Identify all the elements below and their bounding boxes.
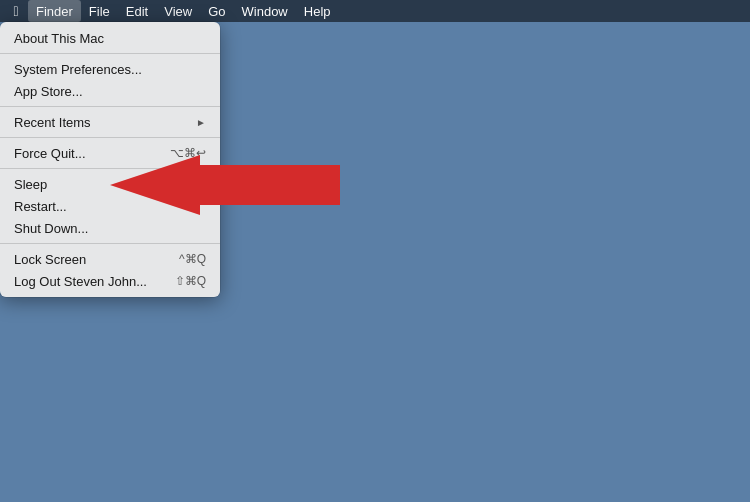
apple-logo-icon: : [13, 4, 18, 18]
menu-item-recent-items[interactable]: Recent Items ►: [0, 111, 220, 133]
app-store-label: App Store...: [14, 84, 206, 99]
shutdown-label: Shut Down...: [14, 221, 206, 236]
force-quit-shortcut: ⌥⌘↩: [170, 146, 206, 160]
apple-dropdown-menu: About This Mac System Preferences... App…: [0, 22, 220, 297]
separator-3: [0, 137, 220, 138]
logout-shortcut: ⇧⌘Q: [175, 274, 206, 288]
recent-items-label: Recent Items: [14, 115, 186, 130]
sleep-label: Sleep: [14, 177, 206, 192]
logout-label: Log Out Steven John...: [14, 274, 165, 289]
menu-item-shutdown[interactable]: Shut Down...: [0, 217, 220, 239]
lock-screen-label: Lock Screen: [14, 252, 169, 267]
menubar-window[interactable]: Window: [234, 0, 296, 22]
menubar-view[interactable]: View: [156, 0, 200, 22]
system-prefs-label: System Preferences...: [14, 62, 206, 77]
menu-item-logout[interactable]: Log Out Steven John... ⇧⌘Q: [0, 270, 220, 292]
lock-screen-shortcut: ^⌘Q: [179, 252, 206, 266]
menu-item-restart[interactable]: Restart...: [0, 195, 220, 217]
apple-menu-trigger[interactable]: : [6, 0, 26, 22]
separator-2: [0, 106, 220, 107]
recent-items-arrow-icon: ►: [196, 117, 206, 128]
menu-item-force-quit[interactable]: Force Quit... ⌥⌘↩: [0, 142, 220, 164]
menubar-help[interactable]: Help: [296, 0, 339, 22]
separator-5: [0, 243, 220, 244]
menubar-items: Finder File Edit View Go Window Help: [28, 0, 339, 22]
separator-4: [0, 168, 220, 169]
separator-1: [0, 53, 220, 54]
menu-item-app-store[interactable]: App Store...: [0, 80, 220, 102]
menu-item-system-prefs[interactable]: System Preferences...: [0, 58, 220, 80]
menubar:  Finder File Edit View Go Window Help: [0, 0, 750, 22]
menubar-edit[interactable]: Edit: [118, 0, 156, 22]
restart-label: Restart...: [14, 199, 206, 214]
menu-item-sleep[interactable]: Sleep: [0, 173, 220, 195]
menubar-finder[interactable]: Finder: [28, 0, 81, 22]
menubar-file[interactable]: File: [81, 0, 118, 22]
menu-item-lock-screen[interactable]: Lock Screen ^⌘Q: [0, 248, 220, 270]
menu-item-about[interactable]: About This Mac: [0, 27, 220, 49]
menubar-go[interactable]: Go: [200, 0, 233, 22]
force-quit-label: Force Quit...: [14, 146, 160, 161]
about-label: About This Mac: [14, 31, 206, 46]
